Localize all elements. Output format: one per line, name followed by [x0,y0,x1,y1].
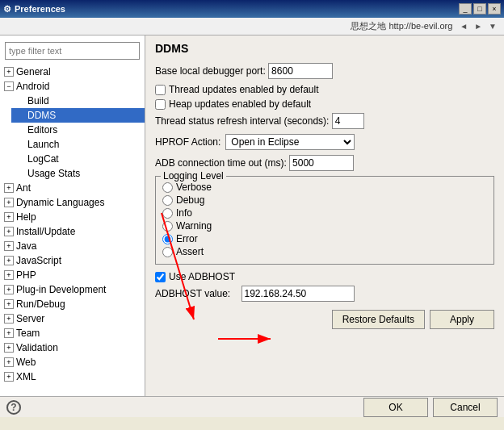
toggle-build [15,95,26,106]
error-label: Error [176,233,198,244]
sidebar-item-help[interactable]: Help [0,210,145,224]
filter-input[interactable] [5,42,140,60]
sidebar-item-java[interactable]: Java [0,239,145,253]
title-bar: ⚙ Preferences _ □ × [0,0,504,18]
adb-timeout-row: ADB connection time out (ms): [155,155,494,171]
debug-radio[interactable] [162,195,173,206]
nav-arrows: ◄ ► ▼ [457,21,499,31]
sidebar-item-general[interactable]: General [0,65,145,79]
sidebar-item-team[interactable]: Team [0,326,145,340]
toggle-launch [15,139,26,150]
toggle-javascript[interactable] [3,255,15,266]
sidebar-item-rundebug[interactable]: Run/Debug [0,297,145,311]
sidebar-label-ddms: DDMS [27,110,56,121]
maximize-button[interactable]: □ [473,3,486,15]
sidebar-label-android: Android [16,81,49,92]
window-title: Preferences [15,4,65,14]
close-button[interactable]: × [488,3,501,15]
toggle-validation[interactable] [3,342,15,353]
toggle-server[interactable] [3,313,15,324]
debug-label: Debug [176,194,204,206]
radio-warning: Warning [162,220,487,232]
info-label: Info [176,207,192,219]
toggle-general[interactable] [3,66,15,77]
use-adbhost-checkbox[interactable] [155,272,166,282]
toggle-android[interactable] [3,81,15,92]
sidebar-item-server[interactable]: Server [0,311,145,326]
back-arrow[interactable]: ◄ [457,21,470,31]
preferences-icon: ⚙ [3,4,11,15]
sidebar-item-dynamic[interactable]: Dynamic Languages [0,195,145,210]
hprof-dropdown[interactable]: Open in Eclipse Ask me [225,134,355,150]
toggle-rundebug[interactable] [3,298,15,310]
sidebar-item-validation[interactable]: Validation [0,340,145,355]
sidebar-label-logcat: LogCat [27,153,59,165]
sidebar-label-rundebug: Run/Debug [16,298,65,310]
sidebar: General Android Build DDMS Editors Launc… [0,35,145,396]
sidebar-item-logcat[interactable]: LogCat [11,152,145,166]
toggle-java[interactable] [3,240,15,252]
logging-legend: Logging Level [161,170,226,182]
toggle-php[interactable] [3,269,15,281]
sidebar-label-general: General [16,66,51,77]
sidebar-item-php[interactable]: PHP [0,268,145,282]
thread-updates-checkbox[interactable] [155,85,166,95]
toggle-plugin[interactable] [3,284,15,295]
sidebar-item-plugin[interactable]: Plug-in Development [0,282,145,297]
info-radio[interactable] [162,208,173,219]
logging-group: Logging Level Verbose Debug Info Warning… [155,176,494,265]
assert-radio[interactable] [162,247,173,257]
sidebar-item-usagestats[interactable]: Usage Stats [11,166,145,181]
sidebar-item-install[interactable]: Install/Update [0,224,145,239]
sidebar-item-build[interactable]: Build [11,94,145,108]
sidebar-label-usagestats: Usage Stats [27,168,80,179]
forward-arrow[interactable]: ► [472,21,485,31]
sidebar-item-editors[interactable]: Editors [11,123,145,137]
thread-status-input[interactable] [332,113,364,129]
toggle-ddms [15,110,26,121]
sidebar-label-web: Web [16,357,36,368]
toggle-team[interactable] [3,328,15,339]
heap-updates-checkbox[interactable] [155,99,166,110]
restore-defaults-button[interactable]: Restore Defaults [332,310,425,329]
radio-verbose: Verbose [162,182,487,193]
toggle-help[interactable] [3,211,15,223]
use-adbhost-label: Use ADBHOST [169,271,235,282]
adb-timeout-label: ADB connection time out (ms): [155,157,287,169]
debugger-port-input[interactable] [268,63,333,79]
minimize-button[interactable]: _ [459,3,472,15]
content-panel: DDMS Base local debugger port: Thread up… [145,35,504,396]
cancel-button[interactable]: Cancel [433,398,498,417]
title-bar-controls: _ □ × [459,3,501,15]
drop-arrow[interactable]: ▼ [486,21,499,31]
warning-radio[interactable] [162,221,173,232]
toggle-xml[interactable] [3,371,15,382]
ok-button[interactable]: OK [363,398,428,417]
sidebar-item-xml[interactable]: XML [0,369,145,384]
section-title: DDMS [155,42,494,55]
toggle-web[interactable] [3,357,15,368]
sidebar-item-launch[interactable]: Launch [11,137,145,152]
sidebar-item-javascript[interactable]: JavaScript [0,253,145,268]
sidebar-item-ddms[interactable]: DDMS [11,108,145,123]
toggle-usagestats [15,168,26,179]
sidebar-item-ant[interactable]: Ant [0,181,145,195]
adbhost-value-row: ADBHOST value: [155,286,494,302]
adbhost-value-input[interactable] [242,286,355,302]
bottom-buttons: OK Cancel [363,398,498,417]
radio-debug: Debug [162,194,487,206]
radio-error: Error [162,233,487,244]
sidebar-item-web[interactable]: Web [0,355,145,369]
thread-updates-label: Thread updates enabled by default [169,84,318,95]
toggle-dynamic[interactable] [3,197,15,208]
verbose-radio[interactable] [162,182,173,193]
help-button[interactable]: ? [6,400,21,415]
toggle-install[interactable] [3,226,15,237]
sidebar-item-android[interactable]: Android [0,79,145,94]
apply-button[interactable]: Apply [430,310,494,329]
toggle-editors [15,124,26,136]
adb-timeout-input[interactable] [289,155,354,171]
sidebar-label-build: Build [27,95,49,106]
toggle-ant[interactable] [3,182,15,194]
error-radio[interactable] [162,234,173,244]
